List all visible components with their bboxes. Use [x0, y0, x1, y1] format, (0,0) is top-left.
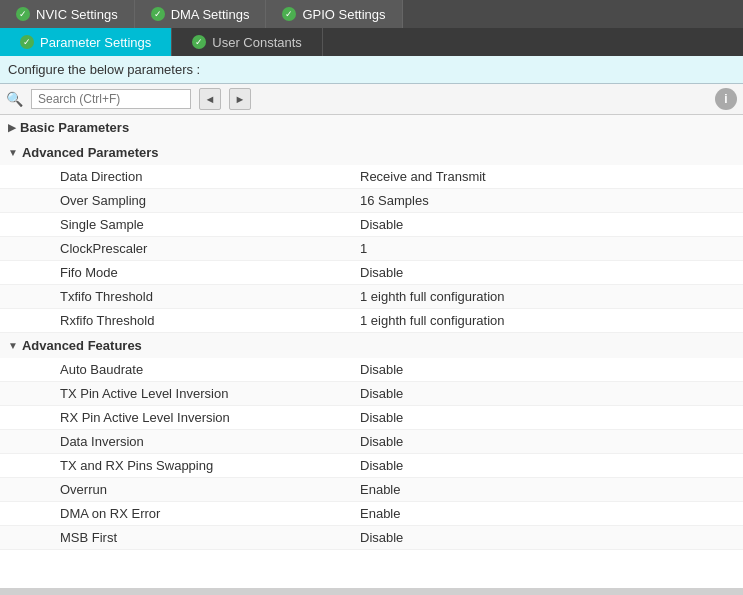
gpio-label: GPIO Settings — [302, 7, 385, 22]
label-dma-rx-error: DMA on RX Error — [60, 506, 360, 521]
label-clock-prescaler: ClockPrescaler — [60, 241, 360, 256]
row-data-direction[interactable]: Data Direction Receive and Transmit — [0, 165, 743, 189]
label-tx-pin-inversion: TX Pin Active Level Inversion — [60, 386, 360, 401]
label-rxfifo-threshold: Rxfifo Threshold — [60, 313, 360, 328]
configure-text: Configure the below parameters : — [8, 62, 200, 77]
row-dma-rx-error[interactable]: DMA on RX Error Enable — [0, 502, 743, 526]
tab-parameter-settings[interactable]: ✓ Parameter Settings — [0, 28, 172, 56]
parameter-check-icon: ✓ — [20, 35, 34, 49]
prev-icon: ◄ — [205, 93, 216, 105]
search-icon: 🔍 — [6, 91, 23, 107]
nvic-check-icon: ✓ — [16, 7, 30, 21]
parameter-label: Parameter Settings — [40, 35, 151, 50]
basic-chevron-icon: ▶ — [8, 122, 16, 133]
info-label: i — [724, 92, 727, 106]
value-auto-baudrate: Disable — [360, 362, 735, 377]
value-overrun: Enable — [360, 482, 735, 497]
value-fifo-mode: Disable — [360, 265, 735, 280]
search-input[interactable] — [31, 89, 191, 109]
section-advanced-header[interactable]: ▼ Advanced Parameters — [0, 140, 743, 165]
value-tx-rx-swapping: Disable — [360, 458, 735, 473]
value-single-sample: Disable — [360, 217, 735, 232]
value-txfifo-threshold: 1 eighth full configuration — [360, 289, 735, 304]
tab-nvic[interactable]: ✓ NVIC Settings — [0, 0, 135, 28]
label-fifo-mode: Fifo Mode — [60, 265, 360, 280]
row-overrun[interactable]: Overrun Enable — [0, 478, 743, 502]
basic-section-label: Basic Parameters — [20, 120, 129, 135]
nvic-label: NVIC Settings — [36, 7, 118, 22]
value-dma-rx-error: Enable — [360, 506, 735, 521]
value-data-inversion: Disable — [360, 434, 735, 449]
tab-dma[interactable]: ✓ DMA Settings — [135, 0, 267, 28]
dma-label: DMA Settings — [171, 7, 250, 22]
next-button[interactable]: ► — [229, 88, 251, 110]
value-clock-prescaler: 1 — [360, 241, 735, 256]
label-data-inversion: Data Inversion — [60, 434, 360, 449]
next-icon: ► — [235, 93, 246, 105]
advanced-features-chevron-icon: ▼ — [8, 340, 18, 351]
tab-user-constants[interactable]: ✓ User Constants — [172, 28, 323, 56]
tree-container: ▶ Basic Parameters ▼ Advanced Parameters… — [0, 115, 743, 588]
value-tx-pin-inversion: Disable — [360, 386, 735, 401]
value-rxfifo-threshold: 1 eighth full configuration — [360, 313, 735, 328]
value-over-sampling: 16 Samples — [360, 193, 735, 208]
row-tx-pin-inversion[interactable]: TX Pin Active Level Inversion Disable — [0, 382, 743, 406]
gpio-check-icon: ✓ — [282, 7, 296, 21]
label-single-sample: Single Sample — [60, 217, 360, 232]
row-over-sampling[interactable]: Over Sampling 16 Samples — [0, 189, 743, 213]
row-rx-pin-inversion[interactable]: RX Pin Active Level Inversion Disable — [0, 406, 743, 430]
configure-bar: Configure the below parameters : — [0, 56, 743, 84]
row-fifo-mode[interactable]: Fifo Mode Disable — [0, 261, 743, 285]
section-basic-header[interactable]: ▶ Basic Parameters — [0, 115, 743, 140]
info-button[interactable]: i — [715, 88, 737, 110]
tab-gpio[interactable]: ✓ GPIO Settings — [266, 0, 402, 28]
row-msb-first[interactable]: MSB First Disable — [0, 526, 743, 550]
label-tx-rx-swapping: TX and RX Pins Swapping — [60, 458, 360, 473]
value-msb-first: Disable — [360, 530, 735, 545]
row-single-sample[interactable]: Single Sample Disable — [0, 213, 743, 237]
label-overrun: Overrun — [60, 482, 360, 497]
label-over-sampling: Over Sampling — [60, 193, 360, 208]
row-clock-prescaler[interactable]: ClockPrescaler 1 — [0, 237, 743, 261]
toolbar: 🔍 ◄ ► i — [0, 84, 743, 115]
label-msb-first: MSB First — [60, 530, 360, 545]
label-data-direction: Data Direction — [60, 169, 360, 184]
row-txfifo-threshold[interactable]: Txfifo Threshold 1 eighth full configura… — [0, 285, 743, 309]
label-rx-pin-inversion: RX Pin Active Level Inversion — [60, 410, 360, 425]
advanced-features-section-label: Advanced Features — [22, 338, 142, 353]
second-tab-bar: ✓ Parameter Settings ✓ User Constants — [0, 28, 743, 56]
value-data-direction: Receive and Transmit — [360, 169, 735, 184]
label-txfifo-threshold: Txfifo Threshold — [60, 289, 360, 304]
user-constants-check-icon: ✓ — [192, 35, 206, 49]
advanced-chevron-icon: ▼ — [8, 147, 18, 158]
dma-check-icon: ✓ — [151, 7, 165, 21]
row-auto-baudrate[interactable]: Auto Baudrate Disable — [0, 358, 743, 382]
row-data-inversion[interactable]: Data Inversion Disable — [0, 430, 743, 454]
value-rx-pin-inversion: Disable — [360, 410, 735, 425]
user-constants-label: User Constants — [212, 35, 302, 50]
section-advanced-features-header[interactable]: ▼ Advanced Features — [0, 333, 743, 358]
advanced-section-label: Advanced Parameters — [22, 145, 159, 160]
label-auto-baudrate: Auto Baudrate — [60, 362, 360, 377]
row-rxfifo-threshold[interactable]: Rxfifo Threshold 1 eighth full configura… — [0, 309, 743, 333]
prev-button[interactable]: ◄ — [199, 88, 221, 110]
row-tx-rx-swapping[interactable]: TX and RX Pins Swapping Disable — [0, 454, 743, 478]
top-tab-bar: ✓ NVIC Settings ✓ DMA Settings ✓ GPIO Se… — [0, 0, 743, 28]
